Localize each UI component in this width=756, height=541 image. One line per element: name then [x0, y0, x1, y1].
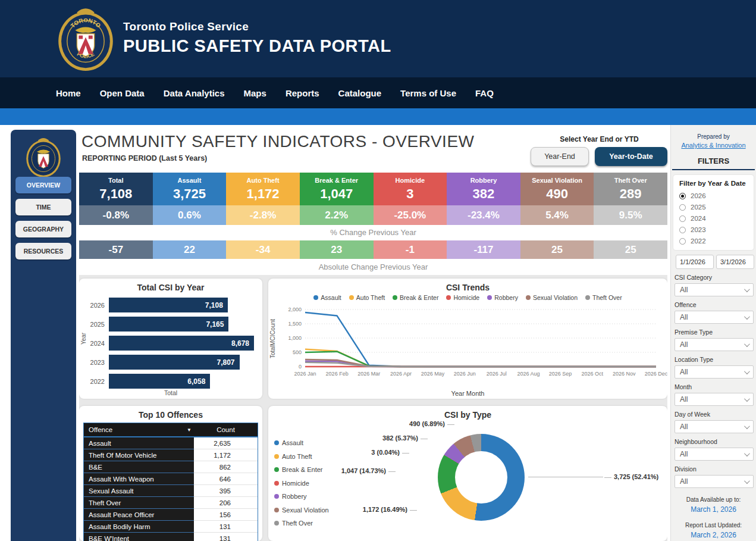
legend-dot: [274, 481, 279, 486]
dropdown-division[interactable]: All: [675, 475, 754, 488]
pie-legend-assault[interactable]: Assault: [274, 439, 329, 446]
legend-homicide[interactable]: Homicide: [446, 294, 479, 301]
kpi-card-theft-over[interactable]: Theft Over289: [594, 173, 667, 205]
table-row[interactable]: Assault Peace Officer156: [84, 509, 258, 521]
kpi-card-sexual-violation[interactable]: Sexual Violation490: [520, 173, 594, 205]
pie-legend-auto-theft[interactable]: Auto Theft: [274, 453, 329, 460]
dropdown-location-type[interactable]: All: [675, 365, 754, 379]
year-radio-2025[interactable]: 2025: [679, 204, 754, 211]
nav-faq[interactable]: FAQ: [466, 88, 503, 98]
kpi-card-auto-theft[interactable]: Auto Theft1,172: [226, 173, 300, 205]
col-offence[interactable]: Offence: [89, 426, 112, 433]
kpi-card-assault[interactable]: Assault3,725: [153, 173, 227, 205]
filter-premise-type: Premise TypeAll: [675, 329, 754, 351]
legend-dot: [487, 295, 492, 300]
sidebar-item-geography[interactable]: GEOGRAPHY: [15, 221, 71, 237]
pie-legend-robbery[interactable]: Robbery: [274, 493, 329, 500]
nav-maps[interactable]: Maps: [234, 88, 276, 98]
pie-legend-homicide[interactable]: Homicide: [274, 480, 329, 487]
year-radio-2023[interactable]: 2023: [679, 226, 754, 233]
kpi-abs-sexual-violation: 25: [520, 240, 594, 259]
radio-icon: [679, 204, 686, 211]
kpi-value-row: Total7,108Assault3,725Auto Theft1,172Bre…: [79, 173, 667, 205]
charts-grid: Total CSI by Year Year 20267,10820257,16…: [79, 275, 667, 541]
analytics-innovation-link[interactable]: Analytics & Innovation: [671, 142, 756, 149]
radio-icon: [679, 193, 686, 199]
bar-2026[interactable]: 20267,108: [85, 298, 254, 312]
table-header-row[interactable]: Offence ▼ Count: [84, 423, 258, 437]
kpi-pct-auto-theft: -2.8%: [226, 205, 300, 225]
year-radio-2022[interactable]: 2022: [679, 237, 754, 245]
year-to-date-button[interactable]: Year-to-Date: [595, 147, 667, 166]
filter-neighbourhood: NeighbourhoodAll: [675, 438, 754, 461]
nav-home[interactable]: Home: [56, 88, 90, 98]
dropdown-premise-type[interactable]: All: [675, 338, 754, 351]
date-to-input[interactable]: [716, 255, 754, 269]
legend-break-enter[interactable]: Break & Enter: [393, 294, 438, 301]
table-row[interactable]: Assault Bodily Harm131: [84, 521, 258, 533]
svg-text:2026 Apr: 2026 Apr: [390, 371, 412, 377]
filter-division: DivisionAll: [675, 465, 754, 488]
table-row[interactable]: Assault2,635: [84, 437, 258, 449]
bar-2024[interactable]: 20248,678: [85, 336, 254, 351]
legend-sexual-violation[interactable]: Sexual Violation: [526, 294, 578, 301]
kpi-card-total[interactable]: Total7,108: [79, 173, 153, 205]
dropdown-csi-category[interactable]: All: [675, 283, 754, 296]
pie-legend-sexual-violation[interactable]: Sexual Violation: [274, 506, 329, 514]
pct-change-caption: % Change Previous Year: [79, 228, 667, 237]
sidebar-item-time[interactable]: TIME: [15, 199, 71, 215]
abs-change-caption: Absolute Change Previous Year: [79, 262, 667, 271]
kpi-card-break-enter[interactable]: Break & Enter1,047: [300, 173, 374, 205]
table-row[interactable]: Assault With Weapon646: [84, 473, 258, 485]
filter-month: MonthAll: [675, 383, 754, 406]
legend-auto-theft[interactable]: Auto Theft: [349, 294, 385, 301]
bar-2025[interactable]: 20257,165: [85, 317, 254, 332]
nav-terms-of-use[interactable]: Terms of Use: [391, 88, 466, 98]
legend-theft-over[interactable]: Theft Over: [585, 294, 622, 301]
donut-chart[interactable]: [438, 434, 525, 521]
kpi-card-robbery[interactable]: Robbery382: [447, 173, 520, 205]
legend-robbery[interactable]: Robbery: [487, 294, 518, 301]
nav-catalogue[interactable]: Catalogue: [329, 88, 391, 98]
table-row[interactable]: B&E862: [84, 461, 258, 473]
legend-dot: [526, 295, 531, 300]
trend-legend: AssaultAuto TheftBreak & EnterHomicideRo…: [268, 294, 667, 301]
data-available-label: Data Available up to:: [671, 496, 756, 503]
year-radio-2024[interactable]: 2024: [679, 215, 754, 222]
chevron-down-icon: [744, 314, 750, 320]
sort-desc-icon[interactable]: ▼: [187, 427, 194, 433]
table-row[interactable]: Theft Over206: [84, 497, 258, 509]
callout-line: [528, 477, 603, 477]
year-radio-2026[interactable]: 2026: [679, 192, 754, 199]
year-end-button[interactable]: Year-End: [531, 147, 589, 166]
legend-assault[interactable]: Assault: [313, 294, 341, 301]
bar-2023[interactable]: 20237,807: [85, 355, 254, 370]
filter-location-type: Location TypeAll: [675, 356, 754, 379]
pie-legend-theft-over[interactable]: Theft Over: [274, 520, 329, 527]
dropdown-day-of-week[interactable]: All: [675, 420, 754, 433]
legend-dot: [313, 295, 318, 300]
legend-dot: [274, 440, 279, 445]
table-row[interactable]: Sexual Assault395: [84, 485, 258, 497]
bar-2022[interactable]: 20226,058: [85, 374, 254, 389]
legend-dot: [274, 508, 279, 512]
sidebar-item-resources[interactable]: RESOURCES: [15, 243, 71, 259]
chevron-down-icon: [744, 341, 750, 347]
nav-data-analytics[interactable]: Data Analytics: [154, 88, 234, 98]
date-from-input[interactable]: [676, 255, 714, 269]
sidebar-item-overview[interactable]: OVERVIEW: [15, 177, 71, 193]
nav-open-data[interactable]: Open Data: [90, 88, 154, 98]
chevron-down-icon: [744, 478, 750, 484]
legend-dot: [393, 295, 397, 300]
toggle-label: Select Year End or YTD: [531, 135, 668, 143]
year-filter-label: Filter by Year & Date: [679, 180, 754, 187]
dropdown-offence[interactable]: All: [675, 311, 754, 324]
table-row[interactable]: Theft Of Motor Vehicle1,172: [84, 449, 258, 461]
nav-reports[interactable]: Reports: [276, 88, 329, 98]
dropdown-month[interactable]: All: [675, 393, 754, 406]
dropdown-neighbourhood[interactable]: All: [675, 448, 754, 461]
col-count[interactable]: Count: [194, 426, 258, 433]
table-row[interactable]: B&E W'Intent131: [84, 533, 258, 541]
filter-offence: OffenceAll: [675, 301, 754, 324]
kpi-card-homicide[interactable]: Homicide3: [374, 173, 447, 205]
